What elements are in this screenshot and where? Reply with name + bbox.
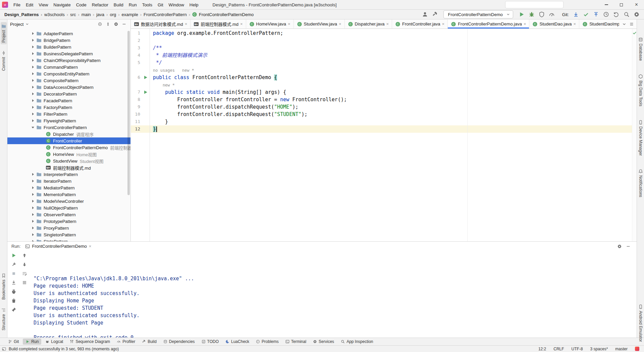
run-gutter-icon[interactable] xyxy=(142,125,150,133)
tree-item[interactable]: FrontController xyxy=(7,137,130,144)
code-line[interactable]: 7 public static void main(String[] args)… xyxy=(131,89,632,96)
toolwindow-button[interactable]: Sequence Diagram xyxy=(67,339,113,345)
run-gutter-icon[interactable] xyxy=(142,81,150,89)
project-scrollbar[interactable] xyxy=(127,31,130,195)
editor-tab[interactable]: 数据访问对象模式.md xyxy=(131,19,191,28)
panel-header-button[interactable] xyxy=(626,244,631,249)
tree-chevron-icon[interactable] xyxy=(31,232,36,237)
tree-chevron-icon[interactable] xyxy=(31,85,36,90)
close-tab-icon[interactable] xyxy=(339,21,341,26)
toolwindow-button[interactable]: Dependencies xyxy=(161,339,198,345)
tree-chevron-icon[interactable] xyxy=(40,165,45,170)
inspections-ok-icon[interactable] xyxy=(632,31,637,35)
tree-chevron-icon[interactable] xyxy=(40,138,45,143)
editor-tab[interactable]: StudentDaoImpl.java xyxy=(579,19,619,28)
tree-chevron-icon[interactable] xyxy=(31,226,36,230)
menu-item[interactable]: Refactor xyxy=(89,0,111,9)
breadcrumb-item[interactable]: org xyxy=(109,12,120,17)
panel-header-button[interactable] xyxy=(106,22,110,26)
editor-tab[interactable]: StudentView.java xyxy=(294,19,345,28)
tree-item[interactable]: StatePattern xyxy=(7,238,130,241)
code-editor[interactable]: 1 package org.example.FrontControllerPat… xyxy=(131,29,632,241)
panel-header-button[interactable] xyxy=(98,22,102,26)
editor-tab[interactable]: FrontController.java xyxy=(392,19,448,28)
tree-item[interactable]: BusinessDelegatePattern xyxy=(7,50,130,57)
toolbar-button[interactable] xyxy=(22,280,27,285)
run-console-tab[interactable]: FrontControllerPatternDemo xyxy=(24,242,93,251)
close-tab-icon[interactable] xyxy=(442,21,445,26)
breadcrumb-item[interactable]: Design_Patterns xyxy=(3,12,43,17)
tree-item[interactable]: ProxyPattern xyxy=(7,225,130,231)
tree-item[interactable]: BuilderPattern xyxy=(7,44,130,50)
close-tab-icon[interactable] xyxy=(240,21,243,26)
tree-item[interactable]: SingletonPattern xyxy=(7,231,130,238)
toolbar-button[interactable] xyxy=(548,10,556,18)
toolwindow-button[interactable]: Logcat xyxy=(43,339,66,345)
run-gutter-icon[interactable] xyxy=(142,74,150,81)
chevron-down-icon[interactable] xyxy=(25,22,29,26)
menu-item[interactable]: Tools xyxy=(140,0,155,9)
editor-tab[interactable]: StudentDao.java xyxy=(529,19,579,28)
run-console-output[interactable]: "C:\Program Files\Java\jdk1.8.0_201\bin\… xyxy=(30,251,637,338)
tree-item[interactable]: ObserverPattern xyxy=(7,211,130,218)
toolbar-button[interactable] xyxy=(11,271,16,276)
editor-tab[interactable]: FrontControllerPatternDemo.java xyxy=(448,19,529,28)
breadcrumb-item[interactable]: w3schools xyxy=(43,12,69,17)
tree-item[interactable]: FilterPattern xyxy=(7,111,130,117)
breadcrumb-item[interactable]: FrontControllerPattern xyxy=(143,12,191,17)
tree-item[interactable]: MementoPattern xyxy=(7,191,130,198)
tree-item[interactable]: PrototypePattern xyxy=(7,218,130,225)
notification-icon[interactable] xyxy=(635,347,639,351)
toolwindow-button[interactable]: LuaCheck xyxy=(223,339,252,345)
tree-chevron-icon[interactable] xyxy=(31,51,36,56)
tree-chevron-icon[interactable] xyxy=(31,45,36,49)
tree-item[interactable]: FrontControllerPatternDemo 前端控制器模式演示 xyxy=(7,144,130,151)
run-gutter-icon[interactable] xyxy=(142,111,150,118)
code-line[interactable]: 3 /** xyxy=(131,44,632,52)
caret-position[interactable]: 12:2 xyxy=(538,347,546,351)
tool-stripe-button[interactable]: Database xyxy=(638,36,644,62)
tree-chevron-icon[interactable] xyxy=(40,145,45,150)
tree-item[interactable]: NullObjectPattern xyxy=(7,204,130,211)
toolbar-button[interactable] xyxy=(431,10,439,18)
tree-chevron-icon[interactable] xyxy=(31,192,36,197)
toolbar-button[interactable] xyxy=(11,253,16,258)
toolbar-button[interactable] xyxy=(538,10,546,18)
tree-item[interactable]: CompositeEntityPattern xyxy=(7,70,130,77)
maximize-button[interactable] xyxy=(614,0,629,9)
tool-stripe-button[interactable]: Project xyxy=(1,22,7,44)
code-line[interactable]: 12 } xyxy=(131,125,632,133)
tree-item[interactable]: DataAccessObjectPattern xyxy=(7,84,130,91)
tree-chevron-icon[interactable] xyxy=(31,179,36,183)
tree-item[interactable]: HomeView Home视图 xyxy=(7,151,130,158)
menu-item[interactable]: Window xyxy=(166,0,187,9)
close-tab-icon[interactable] xyxy=(524,21,526,26)
run-gutter-icon[interactable] xyxy=(142,59,150,66)
toolbar-button[interactable] xyxy=(11,298,16,303)
tree-chevron-icon[interactable] xyxy=(40,159,45,163)
run-configuration-select[interactable]: FrontControllerPatternDemo xyxy=(443,10,513,18)
tool-stripe-button[interactable]: Bookmarks xyxy=(1,272,7,301)
toolwindow-button[interactable]: Run xyxy=(23,339,41,345)
toolwindow-button[interactable]: App Inspection xyxy=(338,339,376,345)
tree-chevron-icon[interactable] xyxy=(31,219,36,224)
breadcrumb-item[interactable]: java xyxy=(95,12,109,17)
breadcrumb-current-file[interactable]: FrontControllerPatternDemo xyxy=(192,12,254,17)
code-line[interactable]: 11 } xyxy=(131,118,632,125)
tree-item[interactable]: CompositePattern xyxy=(7,77,130,84)
toolbar-button[interactable] xyxy=(11,280,16,285)
toolbar-button[interactable] xyxy=(22,253,27,258)
toolwindow-button[interactable]: Problems xyxy=(253,339,281,345)
code-line[interactable]: 1 package org.example.FrontControllerPat… xyxy=(131,30,632,37)
tool-stripe-button[interactable]: Android Emulator xyxy=(638,303,644,344)
menu-item[interactable]: Code xyxy=(73,0,89,9)
menu-item[interactable]: Navigate xyxy=(51,0,73,9)
breadcrumb-item[interactable]: src xyxy=(69,12,80,17)
editor-tab[interactable]: HomeView.java xyxy=(246,19,294,28)
project-panel-title[interactable]: Project xyxy=(10,22,23,27)
tool-stripe-button[interactable]: Notifications xyxy=(638,167,644,199)
toolbar-button[interactable] xyxy=(528,10,536,18)
git-branch[interactable]: master xyxy=(615,347,628,351)
tree-chevron-icon[interactable] xyxy=(31,65,36,69)
tree-chevron-icon[interactable] xyxy=(31,206,36,210)
